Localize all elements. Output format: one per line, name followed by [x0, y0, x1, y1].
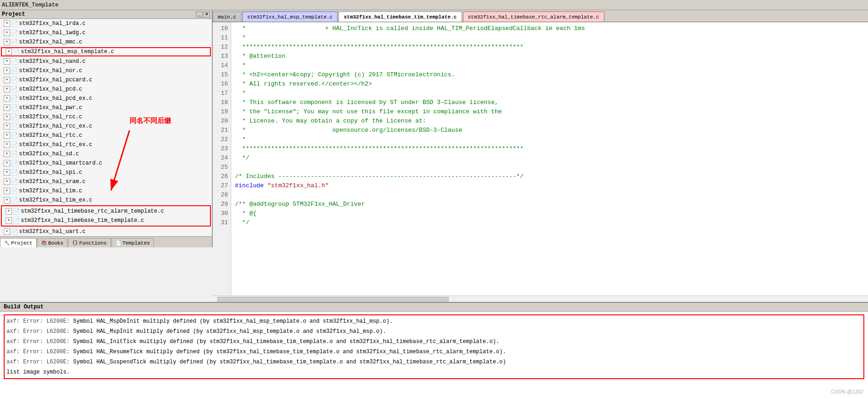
functions-icon: {}	[72, 240, 78, 246]
expand-icon[interactable]: +	[4, 188, 10, 194]
tab-books[interactable]: 📚 Books	[37, 238, 68, 247]
tree-item-sd[interactable]: + 📄 stm32f1xx_hal_sd.c	[0, 149, 212, 159]
tree-item-irda[interactable]: + 📄 stm32f1xx_hal_irda.c	[0, 19, 212, 28]
tree-item-tim-ex[interactable]: + 📄 stm32f1xx_hal_tim_ex.c	[0, 196, 212, 205]
panel-close[interactable]: ×	[203, 12, 210, 18]
expand-icon[interactable]: +	[6, 208, 12, 215]
tab-books-label: Books	[48, 240, 63, 246]
tree-item-label: stm32f1xx_hal_irda.c	[19, 20, 86, 27]
expand-icon[interactable]: +	[4, 68, 10, 74]
tree-item-rtc[interactable]: + 📄 stm32f1xx_hal_rtc.c	[0, 131, 212, 140]
expand-icon[interactable]: +	[4, 151, 10, 157]
expand-icon[interactable]: +	[4, 86, 10, 92]
expand-icon[interactable]: +	[4, 169, 10, 176]
file-icon: 📄	[11, 228, 18, 235]
build-output-header: Build Output	[0, 303, 868, 312]
file-icon: 📄	[11, 197, 18, 203]
tree-item-mmc[interactable]: + 📄 stm32f1xx_hal_mmc.c	[0, 37, 212, 47]
expand-icon[interactable]: +	[4, 123, 10, 129]
expand-icon[interactable]: +	[6, 49, 12, 55]
expand-icon[interactable]: +	[4, 104, 10, 111]
project-icon: 🔧	[4, 240, 10, 246]
build-output-content: axf: Error: L6200E: Symbol HAL_MspDeInit…	[0, 312, 868, 399]
tab-project-label: Project	[11, 240, 32, 246]
file-icon: 📄	[11, 169, 18, 176]
code-content[interactable]: * + HAL_IncTick is called inside HAL_TIM…	[231, 22, 868, 295]
left-panel-wrapper: Project _ × + 📄 stm32f1xx_hal_irda.c +	[0, 10, 213, 302]
build-output-title: Build Output	[4, 304, 43, 310]
file-icon: 📄	[11, 178, 18, 185]
tree-item-nand[interactable]: + 📄 stm32f1xx_hal_nand.c	[0, 57, 212, 66]
toolbar-title: ALIENTEK_Template	[2, 2, 58, 8]
file-icon: 📄	[11, 141, 18, 148]
tree-item-label: stm32f1xx_hal_sd.c	[19, 151, 79, 157]
tree-item-pcd-ex[interactable]: + 📄 stm32f1xx_hal_pcd_ex.c	[0, 94, 212, 103]
tree-item-rcc-ex[interactable]: + 📄 stm32f1xx_hal_rcc_ex.c	[0, 122, 212, 131]
tree-item-label: stm32f1xx_hal_sram.c	[19, 178, 86, 185]
expand-icon[interactable]: +	[4, 141, 10, 148]
tree-item-label: stm32f1xx_hal_pcd_ex.c	[19, 95, 92, 102]
books-icon: 📚	[41, 240, 47, 246]
tree-item-msp-template[interactable]: + 📄 stm32f1xx_hal_msp_template.c	[1, 47, 211, 56]
file-icon: 📄	[11, 20, 18, 27]
expand-icon[interactable]: +	[4, 178, 10, 185]
tree-item-label: stm32f1xx_hal_msp_template.c	[21, 49, 114, 55]
tree-item-spi[interactable]: + 📄 stm32f1xx_hal_spi.c	[0, 168, 212, 177]
tree-item-pccard[interactable]: + 📄 stm32f1xx_hal_pccard.c	[0, 75, 212, 85]
expand-icon[interactable]: +	[4, 114, 10, 120]
tree-item-tim[interactable]: + 📄 stm32f1xx_hal_tim.c	[0, 186, 212, 196]
tree-item-timebase-tim[interactable]: + 📄 stm32f1xx_hal_timebase_tim_template.…	[2, 216, 210, 225]
horizontal-scrollbar[interactable]	[213, 295, 868, 302]
tree-item-label: stm32f1xx_hal_timebase_tim_template.c	[21, 217, 144, 224]
expand-icon[interactable]: +	[4, 20, 10, 27]
file-icon: 📄	[11, 77, 18, 83]
tree-item-pwr[interactable]: + 📄 stm32f1xx_hal_pwr.c	[0, 103, 212, 112]
expand-icon[interactable]: +	[4, 58, 10, 65]
tab-timebase-rtc-alarm-label: stm32f1xx_hal_timebase_rtc_alarm_templat…	[468, 14, 599, 20]
tree-item-label: stm32f1xx_hal_pccard.c	[19, 77, 92, 83]
tab-timebase-tim[interactable]: stm32f1xx_hal_timebase_tim_template.c	[339, 12, 462, 22]
tree-item-uart[interactable]: + 📄 stm32f1xx_hal_uart.c	[0, 227, 212, 236]
main-container: Project _ × + 📄 stm32f1xx_hal_irda.c +	[0, 10, 868, 399]
tree-item-nor[interactable]: + 📄 stm32f1xx_hal_nor.c	[0, 66, 212, 75]
right-panel: main.c stm32f1xx_hal_msp_template.c stm3…	[213, 10, 868, 302]
tree-item-sram[interactable]: + 📄 stm32f1xx_hal_sram.c	[0, 177, 212, 186]
tab-functions[interactable]: {} Functions	[68, 238, 111, 247]
tab-functions-label: Functions	[79, 240, 106, 246]
tab-msp-template[interactable]: stm32f1xx_hal_msp_template.c	[242, 12, 338, 22]
file-icon: 📄	[11, 58, 18, 65]
tree-item-smartcard[interactable]: + 📄 stm32f1xx_hal_smartcard.c	[0, 159, 212, 168]
tree-item-iwdg[interactable]: + 📄 stm32f1xx_hal_iwdg.c	[0, 28, 212, 37]
tab-timebase-rtc-alarm[interactable]: stm32f1xx_hal_timebase_rtc_alarm_templat…	[463, 12, 604, 22]
tree-item-rtc-ex[interactable]: + 📄 stm32f1xx_hal_rtc_ex.c	[0, 140, 212, 149]
tab-timebase-tim-label: stm32f1xx_hal_timebase_tim_template.c	[344, 14, 456, 20]
file-icon: 📄	[11, 104, 18, 111]
tab-templates[interactable]: 📄 Templates	[111, 238, 154, 247]
tab-main-c[interactable]: main.c	[213, 12, 241, 22]
tree-item-label: stm32f1xx_hal_smartcard.c	[19, 160, 102, 166]
expand-icon[interactable]: +	[4, 160, 10, 166]
expand-icon[interactable]: +	[4, 95, 10, 102]
file-icon: 📄	[11, 95, 18, 102]
build-output-section: Build Output axf: Error: L6200E: Symbol …	[0, 302, 868, 399]
templates-icon: 📄	[116, 240, 121, 246]
tab-project[interactable]: 🔧 Project	[0, 238, 37, 247]
tree-item-label: stm32f1xx_hal_iwdg.c	[19, 30, 86, 36]
tree-item-rcc[interactable]: + 📄 stm32f1xx_hal_rcc.c	[0, 112, 212, 122]
tree-item-label: stm32f1xx_hal_nor.c	[19, 68, 82, 74]
panel-minimize[interactable]: _	[196, 12, 203, 18]
expand-icon[interactable]: +	[4, 30, 10, 36]
file-icon: 📄	[11, 86, 18, 92]
expand-icon[interactable]: +	[4, 132, 10, 139]
left-panel: Project _ × + 📄 stm32f1xx_hal_irda.c +	[0, 10, 213, 247]
expand-icon[interactable]: +	[6, 217, 12, 224]
expand-icon[interactable]: +	[4, 39, 10, 45]
expand-icon[interactable]: +	[4, 228, 10, 235]
file-icon: 📄	[11, 114, 18, 120]
error-line-2: axf: Error: L6200E: Symbol HAL_MspInit m…	[6, 326, 862, 337]
expand-icon[interactable]: +	[4, 197, 10, 203]
expand-icon[interactable]: +	[4, 77, 10, 83]
tree-item-pcd[interactable]: + 📄 stm32f1xx_hal_pcd.c	[0, 85, 212, 94]
tree-item-timebase-rtc-alarm[interactable]: + 📄 stm32f1xx_hal_timebase_rtc_alarm_tem…	[2, 207, 210, 216]
tree-item-label: stm32f1xx_hal_nand.c	[19, 58, 86, 65]
